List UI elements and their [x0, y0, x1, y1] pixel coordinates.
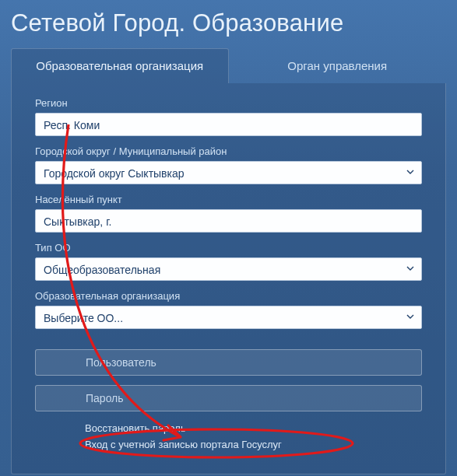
org-label: Образовательная организация: [35, 290, 422, 302]
username-input[interactable]: [35, 349, 422, 376]
gosuslugi-login-link[interactable]: Вход с учетной записью портала Госуслуг: [35, 439, 422, 450]
restore-password-link[interactable]: Восстановить пароль: [35, 422, 422, 434]
locality-label: Населённый пункт: [35, 194, 422, 205]
password-input[interactable]: [35, 385, 422, 411]
locality-input[interactable]: Сыктывкар, г.: [35, 209, 422, 233]
district-select[interactable]: Городской округ Сыктывкар: [35, 161, 422, 184]
region-input[interactable]: Респ. Коми: [35, 113, 422, 136]
district-label: Городской округ / Муниципальный район: [35, 145, 422, 157]
ootype-label: Тип ОО: [35, 242, 422, 254]
org-select[interactable]: Выберите ОО...: [35, 306, 422, 329]
credentials: [35, 349, 422, 421]
tab-governing-body[interactable]: Орган управления: [229, 48, 447, 83]
tab-educational-org[interactable]: Образовательная организация: [11, 48, 229, 83]
region-label: Регион: [35, 97, 422, 109]
page-title: Сетевой Город. Образование: [11, 9, 446, 37]
form-panel: Регион Респ. Коми Городской округ / Муни…: [11, 83, 446, 474]
tabs: Образовательная организация Орган управл…: [11, 48, 446, 83]
ootype-select[interactable]: Общеобразовательная: [35, 257, 422, 281]
